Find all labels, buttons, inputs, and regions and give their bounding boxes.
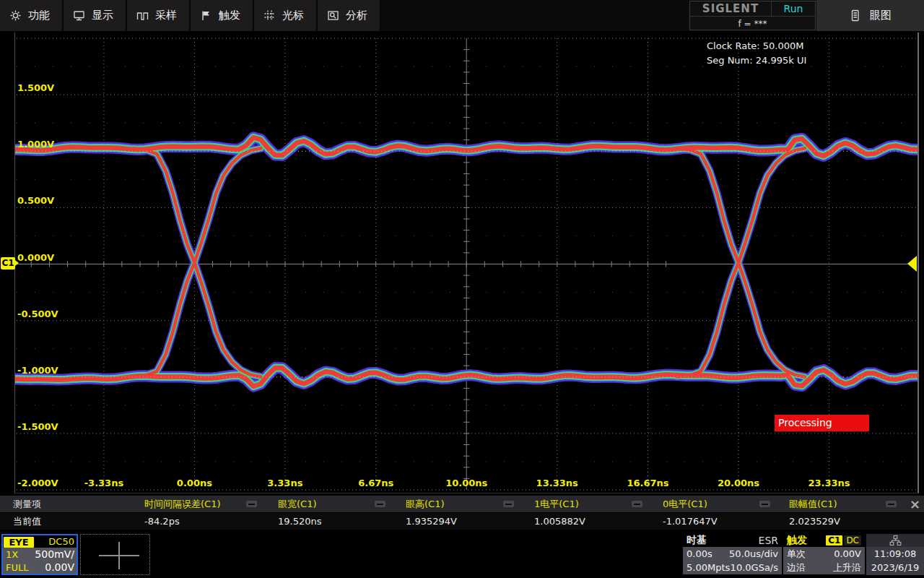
bottom-status-bar: EYE DC50 1X 500mV/ FULL 0.00V 时基 ESR 0.0… bbox=[0, 532, 924, 578]
vertical-scale: 500mV/ bbox=[35, 548, 74, 560]
crosshair-icon bbox=[118, 542, 120, 569]
x-axis-label: 13.33ns bbox=[536, 478, 578, 488]
measurement-value-4: 1.005882V bbox=[534, 513, 585, 530]
measurement-header-row: 测量项 时间间隔误差(C1)眼宽(C1)眼高(C1)1电平(C1)0电平(C1)… bbox=[0, 496, 924, 512]
flag-icon bbox=[200, 9, 212, 22]
timebase-scale: 50.0us/div bbox=[729, 548, 778, 559]
measurement-header-1[interactable]: 时间间隔误差(C1) bbox=[144, 496, 221, 512]
trigger-level-marker[interactable] bbox=[907, 256, 917, 272]
x-axis-label: 23.33ns bbox=[808, 478, 850, 488]
run-state-indicator[interactable]: Run bbox=[772, 1, 815, 16]
remove-measurement-button[interactable] bbox=[632, 501, 642, 507]
siglent-logo: SIGLENT bbox=[690, 1, 772, 16]
probe-attenuation: 1X bbox=[6, 549, 18, 560]
channel-offset: 0.00V bbox=[45, 561, 74, 573]
measurement-header-6[interactable]: 眼幅值(C1) bbox=[789, 496, 837, 512]
trigger-level: 0.00V bbox=[834, 548, 861, 559]
remove-measurement-button[interactable] bbox=[503, 501, 514, 507]
timebase-delay: 0.00s bbox=[687, 548, 712, 559]
trigger-coupling: DC bbox=[844, 535, 861, 545]
clock-rate-readout: Clock Rate: 50.000M bbox=[707, 40, 803, 51]
measurement-value-6: 2.023529V bbox=[789, 513, 840, 530]
measurement-value-2: 19.520ns bbox=[278, 513, 322, 530]
sampling-icon bbox=[136, 9, 149, 22]
remove-measurement-button[interactable] bbox=[759, 501, 770, 507]
current-value-label: 当前值 bbox=[13, 513, 41, 530]
menu-item-display[interactable]: 显示 bbox=[64, 0, 127, 31]
menu-item-function[interactable]: 功能 bbox=[0, 0, 64, 31]
menu-item-trigger[interactable]: 触发 bbox=[191, 0, 254, 31]
cursor-grid-icon bbox=[263, 9, 276, 22]
trigger-mode: 单次 bbox=[787, 548, 806, 561]
trigger-box[interactable]: 触发 C1 DC 单次 0.00V 边沿 上升沿 bbox=[783, 534, 865, 575]
y-axis-label: -1.000V bbox=[17, 365, 58, 376]
memory-depth: 5.00Mpts bbox=[687, 562, 730, 573]
y-axis-label: 0.500V bbox=[17, 195, 54, 206]
clock-time: 11:09:08 bbox=[866, 547, 924, 561]
trigger-frequency-readout: f = *** bbox=[690, 17, 815, 30]
close-icon[interactable]: × bbox=[910, 496, 920, 512]
measurement-header-2[interactable]: 眼宽(C1) bbox=[278, 496, 317, 512]
y-axis-label: 1.000V bbox=[17, 139, 54, 150]
menu-item-acquire[interactable]: 采样 bbox=[127, 0, 191, 31]
trigger-source-badge: C1 bbox=[826, 535, 842, 545]
timebase-mode: ESR bbox=[759, 535, 778, 546]
trigger-title: 触发 bbox=[787, 534, 807, 547]
oscilloscope-screen: 功能显示采样触发光标分析 SIGLENT Run f = *** 眼图 Cloc… bbox=[0, 0, 924, 578]
remove-measurement-button[interactable] bbox=[246, 501, 257, 507]
trigger-type: 边沿 bbox=[787, 561, 806, 574]
list-icon bbox=[849, 9, 861, 22]
measurement-value-1: -84.2ps bbox=[144, 513, 180, 530]
x-axis-label: 10.00ns bbox=[445, 478, 487, 488]
x-axis-label: 20.00ns bbox=[718, 478, 759, 488]
timebase-title: 时基 bbox=[687, 534, 707, 547]
measurement-header-4[interactable]: 1电平(C1) bbox=[534, 496, 579, 512]
menu-item-cursors[interactable]: 光标 bbox=[254, 0, 318, 31]
bandwidth-limit: FULL bbox=[6, 562, 28, 573]
menu-item-analysis[interactable]: 分析 bbox=[318, 0, 381, 31]
channel-name-badge: EYE bbox=[4, 537, 34, 548]
datetime-box[interactable]: 11:09:08 2023/6/19 bbox=[866, 534, 924, 575]
mode-tab-label: 眼图 bbox=[870, 9, 892, 22]
network-icon bbox=[889, 535, 902, 547]
magnifier-icon bbox=[327, 9, 339, 22]
trigger-slope: 上升沿 bbox=[833, 561, 861, 574]
monitor-icon bbox=[73, 9, 85, 22]
remove-measurement-button[interactable] bbox=[375, 501, 385, 507]
measurement-value-5: -1.017647V bbox=[663, 513, 718, 530]
y-axis-label: 1.500V bbox=[17, 82, 54, 93]
clock-date: 2023/6/19 bbox=[866, 561, 924, 574]
zoom-preview-box[interactable] bbox=[80, 534, 150, 575]
sample-rate: 10.0GSa/s bbox=[731, 562, 778, 573]
x-axis-label: -3.33ns bbox=[84, 478, 123, 488]
tab-eye-diagram[interactable]: 眼图 bbox=[816, 0, 924, 31]
timebase-box[interactable]: 时基 ESR 0.00s 50.0us/div 5.00Mpts 10.0GSa… bbox=[683, 534, 782, 575]
y-axis-label: -2.000V bbox=[17, 478, 58, 488]
y-axis-label: 0.000V bbox=[17, 252, 54, 263]
x-axis-label: 16.67ns bbox=[627, 478, 668, 488]
gear-icon bbox=[9, 9, 22, 22]
status-panel: SIGLENT Run f = *** bbox=[689, 1, 816, 30]
segment-count-readout: Seg Num: 24.995k UI bbox=[707, 55, 806, 66]
measurement-value-3: 1.935294V bbox=[406, 513, 457, 530]
menu-bar: 功能显示采样触发光标分析 bbox=[0, 0, 390, 31]
channel-descriptor-box[interactable]: EYE DC50 1X 500mV/ FULL 0.00V bbox=[1, 534, 78, 575]
measurement-header-3[interactable]: 眼高(C1) bbox=[406, 496, 445, 512]
x-axis-label: 0.00ns bbox=[177, 478, 212, 488]
y-axis-label: -0.500V bbox=[17, 309, 58, 319]
channel-c1-offset-marker[interactable]: C1 bbox=[1, 257, 15, 269]
waveform-display-area[interactable]: Clock Rate: 50.000M Seg Num: 24.995k UI … bbox=[14, 33, 919, 493]
measurement-header-5[interactable]: 0电平(C1) bbox=[663, 496, 707, 512]
measurement-items-label: 测量项 bbox=[13, 496, 41, 512]
x-axis-label: 3.33ns bbox=[267, 478, 302, 488]
channel-coupling: DC50 bbox=[48, 536, 74, 547]
x-axis-label: 6.67ns bbox=[358, 478, 393, 488]
y-axis-label: -1.500V bbox=[17, 421, 58, 432]
processing-status-badge: Processing bbox=[775, 415, 869, 431]
remove-measurement-button[interactable] bbox=[886, 501, 897, 507]
measurement-table: 测量项 时间间隔误差(C1)眼宽(C1)眼高(C1)1电平(C1)0电平(C1)… bbox=[0, 496, 924, 530]
measurement-value-row: 当前值 -84.2ps19.520ns1.935294V1.005882V-1.… bbox=[0, 513, 924, 530]
